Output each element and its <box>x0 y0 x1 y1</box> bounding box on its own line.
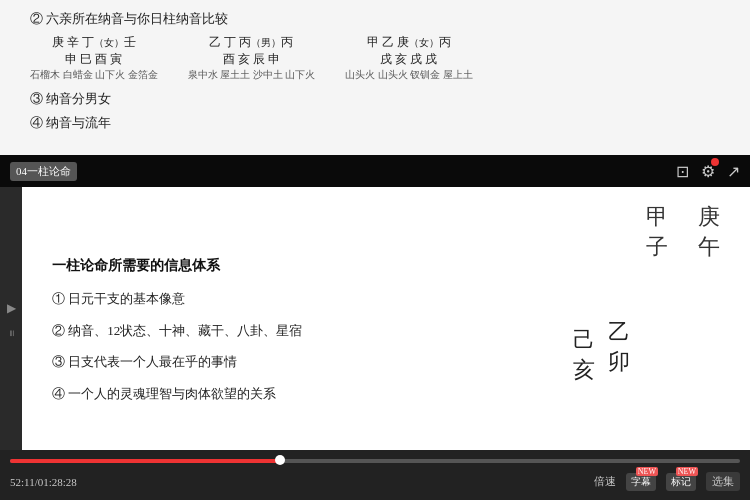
select-button[interactable]: 选集 <box>706 472 740 491</box>
grid-cell-2: 乙 丁 丙（男）丙 酉 亥 辰 申 泉中水 屋土土 沙中土 山下火 <box>188 34 316 82</box>
left-panel: ▶ ≡ <box>0 187 22 450</box>
grid-cell-1: 庚 辛 丁（女）壬 申 巳 酉 寅 石榴木 白蜡金 山下火 金箔金 <box>30 34 158 82</box>
cell1-bottom: 石榴木 白蜡金 山下火 金箔金 <box>30 68 158 82</box>
video-bottom-bar: 52:11/01:28:28 倍速 NEW 字幕 NEW 标记 选集 <box>0 450 750 500</box>
video-content: ▶ ≡ 甲 子 庚 午 一柱论命所需要的信息体系 ① 日元干支的基本像意 <box>0 187 750 450</box>
share-icon[interactable]: ↗ <box>727 162 740 181</box>
char-pair-top: 甲 子 庚 午 <box>646 202 720 262</box>
char-col-gengwu: 庚 午 <box>698 202 720 262</box>
grid-cell-3: 甲 乙 庚（女）丙 戌 亥 戌 戌 山头火 山头火 钗钏金 屋上土 <box>345 34 473 82</box>
mid-char-block: 乙 卯 <box>608 317 630 377</box>
cell2-mid: 酉 亥 辰 申 <box>223 51 280 68</box>
item2-text: ② 纳音、12状态、十神、藏干、八卦、星宿 <box>52 323 302 338</box>
bottom-char-block: 己 亥 <box>573 325 595 385</box>
video-player[interactable]: 04一柱论命 ⊡ ⚙ ↗ ▶ ≡ 甲 子 庚 <box>0 155 750 500</box>
mark-button[interactable]: NEW 标记 <box>666 473 696 491</box>
notification-dot <box>711 158 719 166</box>
item1-text: ① 日元干支的基本像意 <box>52 291 185 306</box>
mark-label: 标记 <box>671 476 691 487</box>
cell2-top: 乙 丁 丙（男）丙 <box>209 34 293 51</box>
total-time: 01:28:28 <box>38 476 77 488</box>
doc-item-1: ① 日元干支的基本像意 <box>52 289 720 309</box>
new-badge-subtitles: NEW <box>636 467 658 476</box>
item4-text: ④ 一个人的灵魂理智与肉体欲望的关系 <box>52 386 276 401</box>
progress-bar-fill <box>10 459 280 463</box>
bottom-controls: 52:11/01:28:28 倍速 NEW 字幕 NEW 标记 选集 <box>10 472 740 491</box>
char-hai: 亥 <box>573 355 595 385</box>
new-badge-mark: NEW <box>676 467 698 476</box>
doc-item-4: ④ 一个人的灵魂理智与肉体欲望的关系 <box>52 384 720 404</box>
bold-title: 一柱论命所需要的信息体系 <box>52 257 720 275</box>
left-icon-1[interactable]: ▶ <box>4 301 19 315</box>
cell2-bottom: 泉中水 屋土土 沙中土 山下火 <box>188 68 316 82</box>
cell3-mid: 戌 亥 戌 戌 <box>380 51 437 68</box>
select-label: 选集 <box>712 475 734 487</box>
top-document-area: ② 六亲所在纳音与你日柱纳音比较 庚 辛 丁（女）壬 申 巳 酉 寅 石榴木 白… <box>0 0 750 155</box>
cell1-mid: 申 巳 酉 寅 <box>65 51 122 68</box>
grid-row: 庚 辛 丁（女）壬 申 巳 酉 寅 石榴木 白蜡金 山下火 金箔金 乙 丁 丙（… <box>30 34 720 82</box>
left-icon-2[interactable]: ≡ <box>4 330 19 337</box>
tv-icon[interactable]: ⊡ <box>676 162 689 181</box>
char-yi: 乙 <box>608 317 630 347</box>
section4-title: ④ 纳音与流年 <box>30 114 720 132</box>
video-title-badge: 04一柱论命 <box>10 162 77 181</box>
speed-label: 倍速 <box>594 475 616 487</box>
char-ji: 己 <box>573 325 595 355</box>
section2-title: ② 六亲所在纳音与你日柱纳音比较 <box>30 10 720 28</box>
char-geng: 庚 <box>698 202 720 232</box>
cell3-bottom: 山头火 山头火 钗钏金 屋上土 <box>345 68 473 82</box>
document-area: 甲 子 庚 午 一柱论命所需要的信息体系 ① 日元干支的基本像意 乙 卯 ② <box>22 187 750 450</box>
cell3-top: 甲 乙 庚（女）丙 <box>367 34 451 51</box>
item3-text: ③ 日支代表一个人最在乎的事情 <box>52 354 237 369</box>
video-top-bar: 04一柱论命 ⊡ ⚙ ↗ <box>0 155 750 187</box>
time-display: 52:11/01:28:28 <box>10 476 77 488</box>
speed-button[interactable]: 倍速 <box>594 474 616 489</box>
char-wu: 午 <box>698 232 720 262</box>
video-top-icons: ⊡ ⚙ ↗ <box>676 162 740 181</box>
cell1-top: 庚 辛 丁（女）壬 <box>52 34 136 51</box>
section3-title: ③ 纳音分男女 <box>30 90 720 108</box>
char-zi: 子 <box>646 232 668 262</box>
subtitles-label: 字幕 <box>631 476 651 487</box>
progress-bar[interactable] <box>10 459 740 463</box>
current-time: 52:11 <box>10 476 35 488</box>
settings-icon[interactable]: ⚙ <box>701 162 715 181</box>
subtitles-button[interactable]: NEW 字幕 <box>626 473 656 491</box>
char-jia: 甲 <box>646 202 668 232</box>
progress-dot[interactable] <box>275 455 285 465</box>
char-mao: 卯 <box>608 347 630 377</box>
char-col-jiazi: 甲 子 <box>646 202 668 262</box>
